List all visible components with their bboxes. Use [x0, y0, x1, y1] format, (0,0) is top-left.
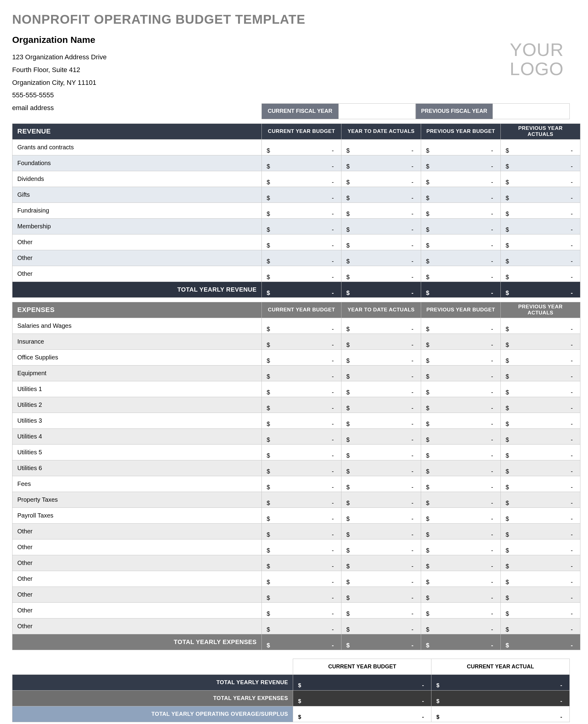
expense-ytd-actuals[interactable]: $-: [341, 476, 421, 492]
summary-expenses-budget[interactable]: $-: [293, 690, 432, 706]
expense-item-label[interactable]: Property Taxes: [13, 492, 262, 508]
revenue-total-previous-budget[interactable]: $-: [421, 282, 501, 297]
expense-item-label[interactable]: Utilities 4: [13, 429, 262, 444]
expense-total-previous-budget[interactable]: $-: [421, 634, 501, 650]
revenue-current-budget[interactable]: $-: [262, 266, 341, 282]
revenue-ytd-actuals[interactable]: $-: [341, 218, 421, 234]
revenue-item-label[interactable]: Foundations: [13, 155, 262, 171]
expense-current-budget[interactable]: $-: [262, 413, 341, 429]
expense-current-budget[interactable]: $-: [262, 444, 341, 460]
revenue-item-label[interactable]: Fundraising: [13, 203, 262, 218]
expense-previous-actuals[interactable]: $-: [501, 334, 581, 349]
revenue-item-label[interactable]: Other: [13, 266, 262, 282]
revenue-ytd-actuals[interactable]: $-: [341, 203, 421, 218]
expense-previous-actuals[interactable]: $-: [501, 523, 581, 539]
expense-total-previous-actuals[interactable]: $-: [501, 634, 581, 650]
organization-name[interactable]: Organization Name: [12, 31, 107, 48]
expense-previous-budget[interactable]: $-: [421, 334, 501, 349]
expense-current-budget[interactable]: $-: [262, 349, 341, 365]
expense-previous-actuals[interactable]: $-: [501, 349, 581, 365]
expense-previous-actuals[interactable]: $-: [501, 602, 581, 618]
expense-previous-actuals[interactable]: $-: [501, 429, 581, 444]
revenue-total-ytd-actuals[interactable]: $-: [341, 282, 421, 297]
revenue-total-current-budget[interactable]: $-: [262, 282, 341, 297]
expense-previous-budget[interactable]: $-: [421, 444, 501, 460]
expense-current-budget[interactable]: $-: [262, 429, 341, 444]
expense-total-current-budget[interactable]: $-: [262, 634, 341, 650]
expense-ytd-actuals[interactable]: $-: [341, 318, 421, 334]
revenue-ytd-actuals[interactable]: $-: [341, 171, 421, 187]
revenue-item-label[interactable]: Membership: [13, 218, 262, 234]
summary-surplus-actual[interactable]: $-: [432, 706, 570, 722]
logo-placeholder[interactable]: YOUR LOGO: [510, 31, 570, 79]
expense-previous-budget[interactable]: $-: [421, 571, 501, 586]
expense-ytd-actuals[interactable]: $-: [341, 571, 421, 586]
revenue-ytd-actuals[interactable]: $-: [341, 266, 421, 282]
expense-ytd-actuals[interactable]: $-: [341, 602, 421, 618]
revenue-ytd-actuals[interactable]: $-: [341, 250, 421, 266]
expense-ytd-actuals[interactable]: $-: [341, 444, 421, 460]
organization-address-2[interactable]: Fourth Floor, Suite 412: [12, 64, 107, 76]
expense-previous-budget[interactable]: $-: [421, 397, 501, 413]
revenue-previous-budget[interactable]: $-: [421, 266, 501, 282]
expense-ytd-actuals[interactable]: $-: [341, 618, 421, 634]
revenue-previous-actuals[interactable]: $-: [501, 139, 581, 155]
expense-ytd-actuals[interactable]: $-: [341, 523, 421, 539]
revenue-current-budget[interactable]: $-: [262, 218, 341, 234]
expense-ytd-actuals[interactable]: $-: [341, 460, 421, 476]
expense-current-budget[interactable]: $-: [262, 618, 341, 634]
revenue-item-label[interactable]: Dividends: [13, 171, 262, 187]
expense-current-budget[interactable]: $-: [262, 476, 341, 492]
organization-email[interactable]: email address: [12, 102, 107, 114]
revenue-current-budget[interactable]: $-: [262, 234, 341, 250]
revenue-previous-budget[interactable]: $-: [421, 234, 501, 250]
expense-current-budget[interactable]: $-: [262, 397, 341, 413]
expense-ytd-actuals[interactable]: $-: [341, 586, 421, 602]
expense-item-label[interactable]: Other: [13, 618, 262, 634]
expense-item-label[interactable]: Other: [13, 539, 262, 555]
expense-previous-actuals[interactable]: $-: [501, 618, 581, 634]
expense-current-budget[interactable]: $-: [262, 492, 341, 508]
expense-previous-actuals[interactable]: $-: [501, 413, 581, 429]
expense-item-label[interactable]: Other: [13, 586, 262, 602]
expense-ytd-actuals[interactable]: $-: [341, 555, 421, 571]
revenue-previous-budget[interactable]: $-: [421, 155, 501, 171]
expense-previous-budget[interactable]: $-: [421, 508, 501, 523]
expense-ytd-actuals[interactable]: $-: [341, 492, 421, 508]
summary-surplus-budget[interactable]: $-: [293, 706, 432, 722]
expense-ytd-actuals[interactable]: $-: [341, 539, 421, 555]
expense-current-budget[interactable]: $-: [262, 334, 341, 349]
expense-previous-budget[interactable]: $-: [421, 523, 501, 539]
expense-ytd-actuals[interactable]: $-: [341, 365, 421, 381]
expense-item-label[interactable]: Equipment: [13, 365, 262, 381]
revenue-previous-actuals[interactable]: $-: [501, 266, 581, 282]
expense-current-budget[interactable]: $-: [262, 539, 341, 555]
expense-ytd-actuals[interactable]: $-: [341, 349, 421, 365]
expense-item-label[interactable]: Utilities 1: [13, 381, 262, 397]
expense-current-budget[interactable]: $-: [262, 571, 341, 586]
expense-previous-budget[interactable]: $-: [421, 318, 501, 334]
revenue-current-budget[interactable]: $-: [262, 155, 341, 171]
expense-current-budget[interactable]: $-: [262, 460, 341, 476]
expense-item-label[interactable]: Salaries and Wages: [13, 318, 262, 334]
expense-previous-budget[interactable]: $-: [421, 618, 501, 634]
expense-previous-budget[interactable]: $-: [421, 413, 501, 429]
expense-item-label[interactable]: Utilities 6: [13, 460, 262, 476]
expense-previous-actuals[interactable]: $-: [501, 444, 581, 460]
expense-total-ytd-actuals[interactable]: $-: [341, 634, 421, 650]
revenue-current-budget[interactable]: $-: [262, 187, 341, 203]
revenue-item-label[interactable]: Gifts: [13, 187, 262, 203]
revenue-current-budget[interactable]: $-: [262, 171, 341, 187]
revenue-ytd-actuals[interactable]: $-: [341, 139, 421, 155]
current-fiscal-year-input[interactable]: [339, 103, 416, 119]
expense-previous-budget[interactable]: $-: [421, 539, 501, 555]
revenue-previous-budget[interactable]: $-: [421, 250, 501, 266]
revenue-previous-actuals[interactable]: $-: [501, 218, 581, 234]
organization-address-1[interactable]: 123 Organization Address Drive: [12, 51, 107, 64]
revenue-current-budget[interactable]: $-: [262, 203, 341, 218]
summary-expenses-actual[interactable]: $-: [432, 690, 570, 706]
expense-ytd-actuals[interactable]: $-: [341, 381, 421, 397]
expense-ytd-actuals[interactable]: $-: [341, 397, 421, 413]
expense-ytd-actuals[interactable]: $-: [341, 429, 421, 444]
revenue-previous-budget[interactable]: $-: [421, 187, 501, 203]
